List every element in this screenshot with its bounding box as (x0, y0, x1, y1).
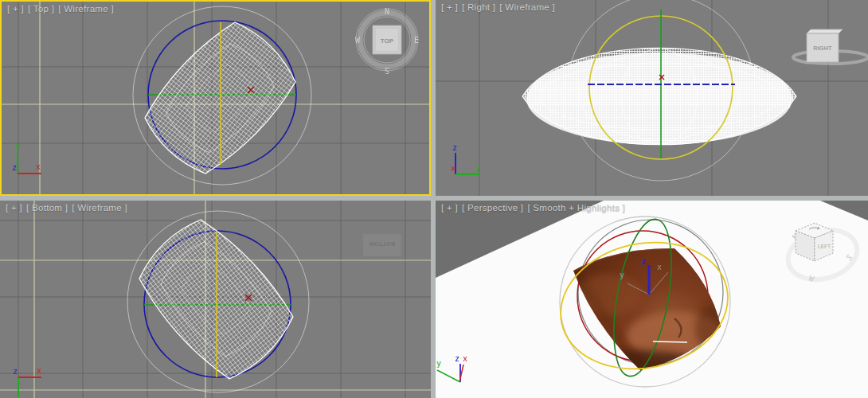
axis-z-label: z (13, 367, 18, 376)
compass-e: E (414, 36, 419, 45)
axis-z-label: z (455, 354, 459, 363)
viewport-menu-shading[interactable]: [ Wireframe ] (72, 203, 127, 213)
viewcube-bottom[interactable]: BOTTOM (363, 234, 401, 256)
viewport-bottom-label[interactable]: [ + ][ Bottom ][ Wireframe ] (6, 203, 131, 213)
viewport-bottom[interactable]: [ + ][ Bottom ][ Wireframe ] (0, 201, 431, 398)
axis-x-label: x (451, 164, 456, 173)
axis-y-label: y (475, 164, 480, 173)
axis-y-label: y (15, 142, 20, 150)
gizmo-y-label: y (620, 271, 624, 279)
viewcube-face-label: LEFT (818, 244, 831, 249)
axis-tripod: z x (13, 366, 41, 398)
compass-w: W (355, 36, 361, 45)
angle-snap-line (653, 341, 687, 342)
compass-n: N (385, 7, 389, 16)
viewport-menu-general[interactable]: [ + ] (6, 203, 22, 213)
compass-s: S (385, 66, 389, 75)
gizmo-x-label: x (657, 263, 662, 271)
viewport-menu-pov[interactable]: [ Bottom ] (26, 203, 68, 213)
viewport-menu-pov[interactable]: [ Perspective ] (462, 203, 523, 213)
viewport-right-label[interactable]: [ + ][ Right ][ Wireframe ] (441, 2, 559, 12)
viewport-menu-general[interactable]: [ + ] (7, 4, 24, 14)
axis-y-label: y (436, 359, 441, 368)
viewport-menu-pov[interactable]: [ Top ] (28, 4, 54, 14)
gizmo-z-label: z (641, 257, 646, 266)
axis-x-label: x (36, 162, 41, 171)
viewcube-face-label: RIGHT (813, 45, 832, 52)
viewcube-top[interactable]: N E S W TOP (355, 7, 419, 75)
viewport-menu-shading[interactable]: [ Smooth + Highlights ] (527, 203, 625, 213)
viewport-menu-general[interactable]: [ + ] (441, 2, 458, 12)
axis-z-label: z (12, 163, 17, 172)
viewport-menu-shading[interactable]: [ Wireframe ] (58, 4, 114, 14)
viewport-top[interactable]: [ + ][ Top ][ Wireframe ] (0, 0, 431, 196)
viewcube-right[interactable]: RIGHT (793, 29, 868, 64)
viewport-menu-pov[interactable]: [ Right ] (462, 2, 495, 12)
viewport-right[interactable]: [ + ][ Right ][ Wireframe ] (436, 0, 868, 196)
viewcube-face-label: TOP (381, 37, 394, 45)
viewport-perspective[interactable]: [ + ][ Perspective ][ Smooth + Highlight… (436, 201, 868, 398)
viewcube-face-label: BOTTOM (369, 240, 395, 248)
viewport-perspective-label[interactable]: [ + ][ Perspective ][ Smooth + Highlight… (441, 203, 629, 213)
axis-x-label: x (37, 366, 41, 375)
viewport-top-label[interactable]: [ + ][ Top ][ Wireframe ] (7, 4, 118, 14)
axis-x-label: x (463, 354, 467, 363)
axis-z-label: z (452, 143, 457, 152)
viewport-menu-general[interactable]: [ + ] (441, 203, 458, 213)
viewport-menu-shading[interactable]: [ Wireframe ] (499, 2, 555, 12)
axis-tripod: z x y (451, 143, 480, 174)
axis-tripod: y x z (12, 142, 41, 174)
